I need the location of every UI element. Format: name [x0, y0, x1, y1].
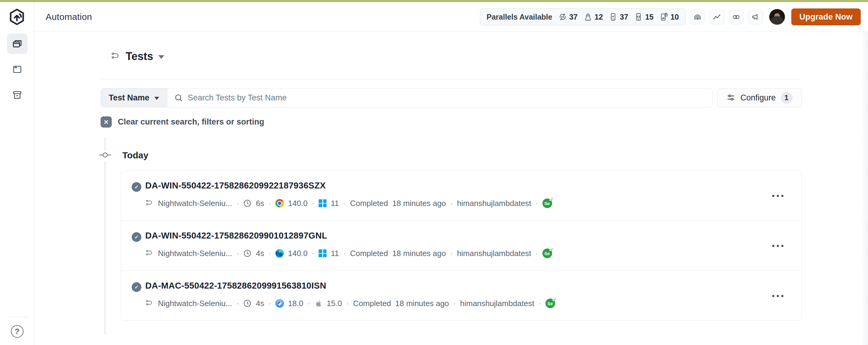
row-actions-menu-button[interactable] [769, 241, 787, 251]
windows-icon [319, 249, 327, 257]
configure-count-badge: 1 [781, 92, 793, 104]
search-field-value: Test Name [109, 93, 150, 103]
tests-heading-dropdown[interactable]: Tests [111, 50, 164, 63]
test-name-link[interactable]: DA-WIN-550422-1758286209922187936SZX [145, 181, 326, 191]
insights-button[interactable] [690, 10, 705, 25]
test-row[interactable]: ✓ DA-WIN-550422-1758286209922187936SZX N… [121, 171, 802, 221]
dot-separator: · [269, 249, 271, 258]
test-row[interactable]: ✓ DA-WIN-550422-1758286209901012897GNL N… [121, 221, 802, 271]
upgrade-now-button[interactable]: Upgrade Now [791, 8, 861, 25]
sidebar-item-archive[interactable] [7, 85, 28, 105]
analytics-button[interactable] [709, 10, 724, 25]
search-icon [174, 93, 183, 103]
browser-window-icon [12, 64, 23, 75]
mobile-app-icon [609, 12, 618, 22]
browser-version: 18.0 [288, 299, 304, 308]
test-list-card: ✓ DA-WIN-550422-1758286209922187936SZX N… [121, 170, 802, 320]
parallels-label: Parallels Available [487, 13, 552, 22]
date-group-label: Today [122, 150, 148, 161]
sidebar-item-test-sessions[interactable] [7, 33, 28, 54]
os-version: 11 [331, 199, 339, 208]
parallels-private-device: 10 [659, 12, 679, 22]
duration: 4s [256, 249, 264, 258]
configure-button[interactable]: Configure 1 [717, 88, 802, 107]
megaphone-icon [751, 13, 760, 22]
scrollbar[interactable] [861, 32, 868, 345]
dot-separator: · [307, 299, 310, 308]
search-group: Test Name [100, 88, 712, 107]
suite-name[interactable]: Nightwatch-Seleniu... [158, 249, 232, 258]
parallels-mobile-automation-count: 15 [645, 13, 654, 22]
link-icon [732, 13, 741, 22]
chevron-down-icon [154, 97, 159, 100]
help-icon[interactable]: ? [11, 325, 24, 338]
timeline-line [104, 161, 105, 334]
fingerprint-icon [693, 13, 702, 22]
parallels-linux-count: 12 [595, 13, 603, 22]
parallels-web: 37 [558, 12, 578, 22]
clear-filters-row: ✕ Clear current search, filters or sorti… [100, 116, 264, 128]
username: himanshujlambdatest [460, 299, 534, 308]
finished-ago: 18 minutes ago [392, 199, 446, 208]
dot-separator: · [538, 299, 541, 308]
suite-icon [145, 199, 154, 207]
duration-icon [243, 199, 252, 207]
check-icon: ✓ [134, 284, 138, 290]
test-meta: Nightwatch-Seleniu... · 4s · 18.0 · 15.0… [145, 299, 555, 308]
lambdatest-logo-icon[interactable] [8, 8, 26, 26]
suite-name[interactable]: Nightwatch-Seleniu... [158, 299, 232, 308]
check-icon: ✓ [552, 296, 557, 303]
parallels-mobile-app: 37 [609, 12, 628, 22]
status-completed-icon: ✓ [132, 282, 141, 292]
duration: 6s [256, 199, 264, 208]
linux-icon [584, 12, 593, 22]
clear-filters-button[interactable]: ✕ [100, 116, 112, 128]
os-version: 11 [331, 249, 339, 258]
test-name-link[interactable]: DA-WIN-550422-1758286209901012897GNL [145, 231, 327, 241]
whats-new-button[interactable] [748, 10, 763, 25]
main-content: Tests Test Name Configure 1 [34, 32, 868, 345]
mobile-automation-icon [634, 12, 643, 22]
search-field-dropdown[interactable]: Test Name [101, 89, 167, 107]
dot-separator: · [237, 249, 239, 258]
search-input[interactable] [188, 93, 706, 103]
timeline-node-icon [99, 151, 112, 159]
page-title: Automation [45, 12, 92, 22]
dot-separator: · [346, 299, 349, 308]
dot-separator: · [535, 199, 538, 208]
row-actions-menu-button[interactable] [769, 191, 787, 201]
search-box [167, 89, 712, 107]
private-device-icon [659, 12, 669, 22]
browser-version: 140.0 [288, 199, 308, 208]
dot-separator: · [453, 299, 456, 308]
browser-version: 140.0 [288, 249, 308, 258]
parallels-linux: 12 [584, 12, 603, 22]
test-row[interactable]: ✓ DA-MAC-550422-1758286209991563810ISN N… [121, 271, 802, 320]
username: himanshujlambdatest [457, 249, 531, 258]
selenium-badge-icon: Se✓ [546, 299, 555, 308]
status-completed-icon: ✓ [132, 232, 141, 242]
web-parallel-icon [558, 12, 567, 22]
row-actions-menu-button[interactable] [769, 291, 787, 301]
dot-separator: · [269, 299, 271, 308]
clear-filters-label[interactable]: Clear current search, filters or sorting [118, 117, 264, 127]
section-divider [100, 79, 802, 79]
sidebar-item-browser[interactable] [7, 59, 28, 80]
dot-separator: · [343, 249, 346, 258]
edge-icon [275, 249, 284, 257]
windows-icon [319, 199, 327, 207]
sessions-icon [12, 38, 23, 49]
duration-icon [243, 249, 252, 257]
check-icon: ✓ [549, 246, 554, 253]
sliders-icon [726, 93, 736, 102]
parallels-mobile-automation: 15 [634, 12, 654, 22]
apple-icon [314, 300, 322, 308]
test-name-link[interactable]: DA-MAC-550422-1758286209991563810ISN [145, 281, 326, 291]
status-text: Completed [353, 299, 391, 308]
dot-separator: · [237, 299, 239, 308]
integrations-button[interactable] [729, 10, 744, 25]
suite-name[interactable]: Nightwatch-Seleniu... [158, 199, 232, 208]
user-avatar[interactable] [769, 9, 785, 25]
parallels-available-pill[interactable]: Parallels Available 37 12 [480, 8, 686, 25]
username: himanshujlambdatest [457, 199, 531, 208]
